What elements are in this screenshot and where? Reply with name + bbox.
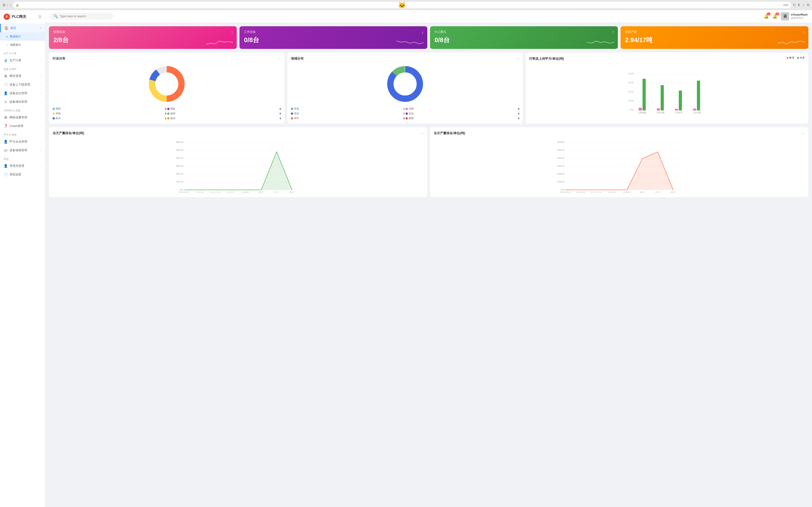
capacity-sparkline [777,38,805,47]
chevron-right-icon-5: › [41,101,42,103]
svg-text:北京十五中: 北京十五中 [195,191,204,192]
svg-text:6000.00: 6000.00 [176,141,183,143]
new-tab-button[interactable]: ＋ [802,3,805,7]
legend-today: 今天 [797,56,805,60]
sidebar-item-client[interactable]: 👤 甲方企业管理 › [0,137,45,146]
sidebar-item-device-debug[interactable]: ⚠ 设备调试管理 › [0,98,45,106]
copy-button[interactable]: ⧉ [807,3,809,7]
sidebar: P PLC网关 ☰ 🏠 首页 ∨ ● 数据统计 ○ 地图展示 生产 & 订单 💧… [0,10,45,507]
sidebar-item-admin[interactable]: 👤 管理员管理 › [0,162,45,170]
industry-chart-title: 行业分布 [53,57,65,61]
logo-text: PLC网关 [12,14,26,19]
region-chart-more[interactable]: ··· [516,56,519,61]
svg-text:30.00: 30.00 [628,81,633,84]
notification-bell-1[interactable]: 🔔 1 [764,14,769,19]
refresh-button[interactable]: ↻ [793,3,796,7]
daily-chart-more[interactable]: ··· [420,131,424,135]
section-label-crash: CRASH & 流量 [0,106,45,113]
svg-text:技术测试: 技术测试 [242,191,249,192]
address-bar: 🔒 🐱 .com [13,2,791,8]
sidebar-item-gateway[interactable]: ⊞ 网关管理 › [0,72,45,80]
svg-text:4000.00: 4000.00 [176,157,183,159]
tag-icon: 🏷 [4,149,8,152]
stat-card-plc-title: PLC通讯 [435,30,613,34]
legend-dot-school [53,112,55,115]
network-sparkline [206,38,233,47]
doc-icon: 📄 [4,82,8,87]
sidebar-item-site[interactable]: 🏷 设备场地管理 › [0,146,45,155]
legend-north: 华北 7 [291,112,405,115]
chevron-down-icon: ∨ [40,27,42,30]
sidebar-item-device-location[interactable]: 👤 设备定位管理 › [0,89,45,98]
sidebar-item-client-label: 甲方企业管理 [9,139,27,144]
legend-dot-northeast [406,112,408,115]
circle-icon: ● [6,35,8,38]
search-box[interactable]: 🔍 [50,13,113,20]
sidebar-item-home[interactable]: 🏠 首页 ∨ [0,24,45,33]
bar-today-1 [643,79,646,110]
sidebar-item-network-flow[interactable]: ⊞ 网络流量管理 › [0,113,45,122]
industry-chart-header: 行业分布 ··· [53,56,281,61]
bar-today-4 [697,80,700,110]
industry-donut-container [53,64,281,104]
sidebar-item-sys-settings[interactable]: 📄 系统设置 [0,170,45,179]
svg-text:0.00: 0.00 [560,188,564,191]
share-button[interactable]: ⬆ [798,3,800,7]
sidebar-item-device-debug-label: 设备调试管理 [9,100,27,104]
browser-bar: ⊞ ‹ › 🔒 🐱 .com ↻ ⬆ ＋ ⧉ [0,0,812,10]
svg-text:6000.00: 6000.00 [557,141,564,143]
svg-text:威斯汀: 威斯汀 [289,191,295,192]
back-button[interactable]: ‹ [7,3,8,7]
industry-legend: 医院 0 部队 0 学校 3 [53,107,281,120]
stat-card-network-title: 联网设备 [53,30,232,34]
region-donut-container [291,64,519,104]
settings-icon: 📄 [4,172,8,176]
industry-chart-more[interactable]: ··· [277,56,281,61]
warning-icon: ⚠ [4,100,8,104]
legend-school: 学校 3 [53,112,166,115]
svg-text:0.00: 0.00 [629,109,633,111]
legend-hotel: 饭店 4 [167,117,281,120]
legend-prison: 监狱 0 [167,112,281,115]
sidebar-item-map-label: 地图展示 [10,43,21,47]
chevron-right-icon-6: › [41,116,42,119]
sidebar-item-device-online[interactable]: 📄 设备上下线管理 › [0,80,45,89]
search-input[interactable] [60,14,110,18]
notification-bell-2[interactable]: 🔔 8 [772,14,777,19]
forward-button[interactable]: › [10,3,11,7]
working-sparkline [397,38,424,47]
stat-card-working: 工作设备 0/8台 ↓ [240,26,427,49]
grid-icon: ⊞ [4,74,8,78]
legend-dot-south [406,108,408,110]
monthly-chart-more[interactable]: ··· [801,131,805,135]
hamburger-icon[interactable]: ☰ [38,15,42,19]
svg-text:3000.00: 3000.00 [557,165,564,167]
drop-icon: 💧 [4,58,8,62]
sidebar-item-crash[interactable]: ❓ Crash管理 › [0,122,45,130]
svg-text:北京六十六中: 北京六十六中 [591,191,602,192]
user-icon-2: 👤 [4,139,8,144]
svg-text:20.00: 20.00 [628,91,633,93]
main-content: 🔍 🔔 1 🔔 8 🖥 nYuserRoot 超级管理员 [45,10,812,507]
home-icon: 🏠 [4,26,8,30]
svg-text:1000.00: 1000.00 [176,181,183,183]
sidebar-toggle-browser[interactable]: ⊞ [3,3,5,7]
sidebar-item-production-order[interactable]: 💧 生产订单 › [0,56,45,65]
sidebar-item-map-view[interactable]: ○ 地图展示 [0,41,45,49]
bar-yesterday-1 [639,108,642,110]
sidebar-item-admin-label: 管理员管理 [9,164,24,168]
svg-text:国家开发银行: 国家开发银行 [179,191,190,192]
bar-today-3 [679,91,682,110]
mascot-icon: 🐱 [398,2,406,8]
svg-text:北京六十六中: 北京六十六中 [210,191,220,192]
plc-sparkline [587,38,614,47]
svg-text:0.00: 0.00 [179,188,183,191]
svg-text:2000.00: 2000.00 [176,173,183,175]
batch-bar-svg: 0.00 10.00 20.00 30.00 40.00 [529,64,805,114]
user-info[interactable]: 🖥 nYuserRoot 超级管理员 [781,12,807,20]
dashboard: 联网设备 2/8台 ↑ 工作设备 0/8台 ↓ PLC通讯 [45,23,812,507]
bottom-charts: 当天产量排名/单位(吨) ··· 0.00 1000.00 2000.00 30… [49,127,808,197]
sidebar-item-data-stats[interactable]: ● 数据统计 [0,33,45,41]
stat-card-network: 联网设备 2/8台 ↑ [49,26,237,49]
svg-text:5000.00: 5000.00 [557,149,564,151]
